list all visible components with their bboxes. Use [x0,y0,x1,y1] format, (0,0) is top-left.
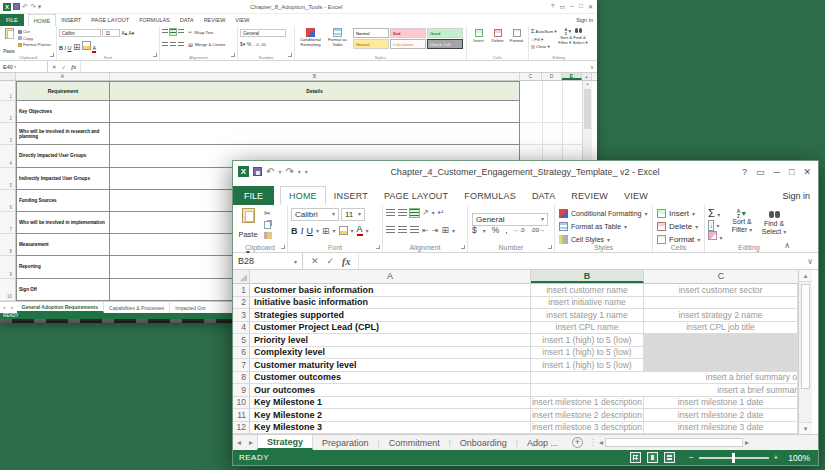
row-number[interactable]: 10 [233,397,250,409]
cell-a9[interactable]: Our outcomes [250,384,531,396]
select-all-corner[interactable] [233,270,250,283]
zoom-out-icon[interactable]: − [689,453,694,462]
tab-home[interactable]: HOME [28,14,57,26]
increase-decimal-icon[interactable]: .0 [255,42,258,47]
sheet-tab-commitment[interactable]: Commitment [380,435,449,450]
collapse-ribbon-icon[interactable]: ∧ [784,241,790,250]
cell-c11[interactable]: insert milestone 2 date [644,409,798,421]
row-number[interactable]: 7 [233,359,250,371]
sheet-tab-strategy[interactable]: Strategy [257,435,313,450]
redo-icon[interactable]: ↷ [30,3,36,10]
cell-c4[interactable]: insert CPL job title [644,322,798,334]
cell-c10[interactable]: insert milestone 1 date [644,397,798,409]
font-color-icon[interactable]: A [357,225,363,236]
increase-indent-icon[interactable]: ⇥ [432,226,439,235]
clear-button[interactable]: Clear ▾ [531,43,558,51]
restore-icon[interactable]: □ [579,3,583,10]
conditional-formatting-button[interactable]: Conditional Formatting▾ [555,207,652,220]
align-top-icon[interactable] [162,29,168,35]
row-number[interactable]: 10 [0,279,16,301]
cell-c5[interactable] [644,334,798,346]
format-cells-button[interactable]: Format [507,29,526,43]
number-format-select[interactable]: General [240,29,286,37]
sheet-tab-adoption[interactable]: Adop ... [518,435,567,450]
cell-label[interactable]: Who will be involved in research and pla… [16,122,110,145]
row-number[interactable]: 1 [233,284,250,296]
cell-label[interactable]: Indirectly Impacted User Groups [16,167,110,190]
cell-c2[interactable] [644,297,798,309]
close-icon[interactable]: ✕ [588,3,593,10]
cell-a11[interactable]: Key Milestone 2 [250,409,531,421]
tab-page-layout[interactable]: PAGE LAYOUT [376,186,456,205]
cell-empty[interactable] [109,122,520,145]
comma-style-icon[interactable]: , [505,225,507,235]
formula-bar-expand-icon[interactable]: ∨ [802,257,818,266]
tab-formulas[interactable]: FORMULAS [456,186,524,205]
cell-empty[interactable] [109,100,520,123]
decrease-decimal-icon[interactable]: .00 [260,42,266,47]
zoom-slider-thumb[interactable] [732,453,735,463]
merge-center-button[interactable]: Merge & Center [195,42,225,47]
horizontal-scrollbar[interactable]: ⋮ ◂ ▸ [589,438,749,447]
align-bottom-icon[interactable] [178,29,184,35]
increase-decimal-icon[interactable]: ←.0 [514,227,525,233]
zoom-level[interactable]: 100% [788,453,810,463]
row-number[interactable]: 8 [233,372,250,384]
align-center-icon[interactable] [170,42,176,48]
percent-style-icon[interactable]: % [492,225,500,235]
cell-a6[interactable]: Complexity level [250,347,531,359]
save-icon[interactable] [13,3,20,10]
cell-label[interactable]: Measurement [16,233,110,256]
fill-button[interactable]: ↓ ▾ [708,220,723,230]
decrease-indent-icon[interactable]: ⇤ [422,226,429,235]
formula-input[interactable] [359,253,802,269]
minimize-icon[interactable]: ─ [774,167,780,177]
tab-review[interactable]: REVIEW [199,14,231,26]
cell-label[interactable]: Who will be involved in implementation [16,211,110,234]
ribbon-options-icon[interactable]: ▭ [756,167,765,177]
row-number[interactable]: 6 [233,347,250,359]
row-number[interactable]: 4 [0,145,16,167]
row-number[interactable]: 6 [0,190,16,212]
style-calculation[interactable]: Calculation [390,39,426,49]
column-header-c[interactable]: C [520,73,542,80]
style-normal[interactable]: Normal [353,28,389,38]
restore-icon[interactable]: □ [789,167,794,177]
bold-button[interactable]: B [59,45,63,51]
tab-view[interactable]: VIEW [230,14,254,26]
align-top-icon[interactable] [386,209,395,217]
font-size-select[interactable]: 11▾ [341,208,365,221]
cell-b3[interactable]: insert stategy 1 name [531,309,644,321]
cell-a10[interactable]: Key Milestone 1 [250,397,531,409]
help-icon[interactable]: ? [551,3,554,10]
cell-b5[interactable]: insert 1 (high) to 5 (low) [531,334,644,346]
paste-button[interactable]: Paste ▾ [236,208,260,259]
tab-formulas[interactable]: FORMULAS [134,14,175,26]
align-left-icon[interactable] [162,42,168,48]
sort-filter-button[interactable]: AZ▼ Sort & Filter ▾ [727,209,757,234]
insert-cells-button[interactable]: Insert▾ [653,207,704,220]
cell-b11[interactable]: insert milestone 2 description [531,409,644,421]
hscroll-left-icon[interactable]: ◂ [599,438,603,447]
cell-a3[interactable]: Strategies supported [250,309,531,321]
cell-label[interactable]: Funding Sources [16,189,110,212]
sheet-tab-general-adoption[interactable]: General Adoption Requirements [17,302,105,313]
scroll-down-icon[interactable]: ▾ [799,422,812,434]
row-number[interactable]: 9 [0,256,16,278]
cancel-formula-icon[interactable]: ✕ [52,64,57,70]
dialog-launcher-icon[interactable] [50,53,54,57]
dialog-launcher-icon[interactable] [548,245,552,249]
bold-button[interactable]: B [291,226,298,236]
cell-b4[interactable]: insert CPL name [531,322,644,334]
sign-in-link[interactable]: Sign in [576,17,597,23]
new-sheet-icon[interactable]: + [572,437,583,448]
cell-a8[interactable]: Customer outcomes [250,372,531,384]
autosum-button[interactable]: Σ AutoSum ▾ [531,28,558,36]
help-icon[interactable]: ? [742,167,747,177]
row-number[interactable]: 4 [233,322,250,334]
align-right-icon[interactable] [178,42,184,48]
insert-function-icon[interactable]: fx [342,256,350,267]
sheet-tab-impacted[interactable]: Impacted Gro [170,302,210,313]
row-number[interactable]: 3 [0,123,16,145]
cell-details-header[interactable]: Details [109,81,520,101]
